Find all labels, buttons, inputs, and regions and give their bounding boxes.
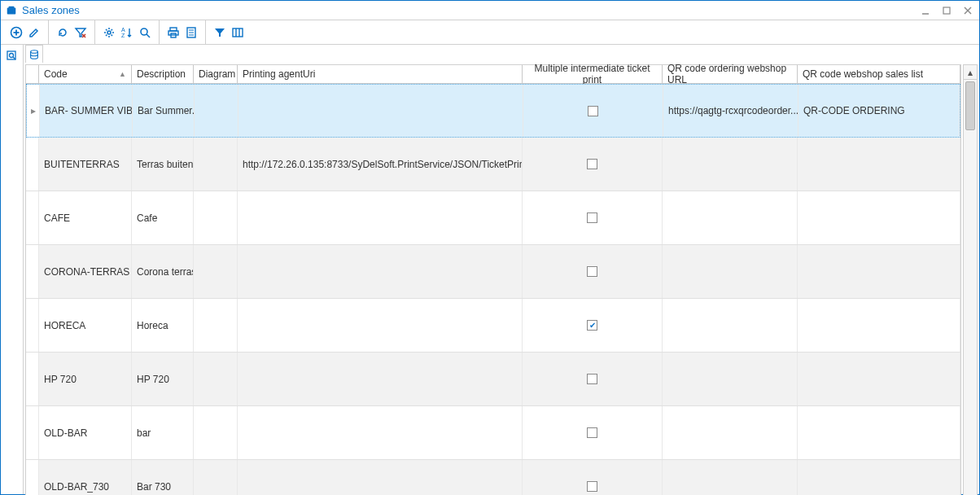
cell-diagram[interactable] <box>194 138 238 191</box>
cell-code[interactable]: BAR- SUMMER VIBES <box>40 85 133 137</box>
header-qr-list[interactable]: QR code webshop sales list <box>798 65 960 83</box>
checkbox[interactable] <box>587 320 597 331</box>
clear-filter-button[interactable] <box>72 24 90 42</box>
search-button[interactable] <box>136 24 154 42</box>
cell-qr-url[interactable]: https://qagtg-rcxqrcodeorder... <box>663 85 798 137</box>
cell-code[interactable]: HORECA <box>39 299 132 352</box>
cell-description[interactable]: Bar 730 <box>132 460 194 495</box>
table-row[interactable]: HP 720HP 720 <box>26 353 960 406</box>
table-row[interactable]: OLD-BARbar <box>26 406 960 460</box>
cell-multi-ticket[interactable] <box>523 460 663 495</box>
checkbox[interactable] <box>588 106 598 116</box>
filter-button[interactable] <box>211 24 229 42</box>
export-button[interactable] <box>182 24 200 42</box>
table-row[interactable]: OLD-BAR_730Bar 730 <box>26 460 960 495</box>
table-row[interactable]: ▸BAR- SUMMER VIBESBar Summer...https://q… <box>26 84 960 138</box>
cell-qr-url[interactable] <box>663 191 798 244</box>
cell-diagram[interactable] <box>194 191 238 244</box>
cell-qr-list[interactable] <box>798 245 960 298</box>
cell-description[interactable]: Cafe <box>132 191 194 244</box>
header-multi-ticket[interactable]: Multiple intermediate ticket print <box>523 65 663 83</box>
edit-button[interactable] <box>25 24 43 42</box>
checkbox[interactable] <box>587 266 597 277</box>
scroll-track[interactable] <box>964 80 977 495</box>
settings-button[interactable] <box>100 24 118 42</box>
cell-printing-agent-uri[interactable] <box>238 406 523 459</box>
cell-qr-list[interactable] <box>798 460 960 495</box>
cell-qr-url[interactable] <box>663 245 798 298</box>
row-handle[interactable] <box>26 138 39 191</box>
tab-database-icon[interactable] <box>25 45 43 63</box>
header-description[interactable]: Description <box>132 65 194 83</box>
header-qr-url[interactable]: QR code ordering webshop URL <box>663 65 798 83</box>
cell-multi-ticket[interactable] <box>523 191 663 244</box>
table-row[interactable]: CAFECafe <box>26 191 960 245</box>
row-handle[interactable] <box>26 191 39 244</box>
cell-qr-url[interactable] <box>663 353 798 405</box>
scroll-thumb[interactable] <box>965 81 975 130</box>
cell-qr-url[interactable] <box>663 460 798 495</box>
cell-code[interactable]: OLD-BAR_730 <box>39 460 132 495</box>
cell-qr-list[interactable]: QR-CODE ORDERING <box>798 85 960 137</box>
cell-code[interactable]: BUITENTERRAS <box>39 138 132 191</box>
cell-multi-ticket[interactable] <box>523 138 663 191</box>
cell-printing-agent-uri[interactable] <box>238 191 523 244</box>
cell-qr-url[interactable] <box>663 406 798 459</box>
checkbox[interactable] <box>587 427 597 438</box>
row-handle[interactable]: ▸ <box>27 85 40 137</box>
cell-multi-ticket[interactable] <box>523 406 663 459</box>
table-row[interactable]: BUITENTERRASTerras buitenhttp://172.26.0… <box>26 138 960 191</box>
cell-printing-agent-uri[interactable] <box>238 85 523 137</box>
sort-button[interactable]: AZ <box>118 24 136 42</box>
checkbox[interactable] <box>587 212 597 223</box>
cell-printing-agent-uri[interactable] <box>238 245 523 298</box>
header-printing-agent-uri[interactable]: Printing agentUri <box>238 65 523 83</box>
print-button[interactable] <box>164 24 182 42</box>
cell-qr-list[interactable] <box>798 138 960 191</box>
rail-search-icon[interactable] <box>4 48 20 64</box>
row-handle[interactable] <box>26 299 39 352</box>
columns-button[interactable] <box>229 24 247 42</box>
cell-diagram[interactable] <box>194 406 238 459</box>
close-button[interactable] <box>961 4 974 17</box>
cell-code[interactable]: CAFE <box>39 191 132 244</box>
header-code[interactable]: Code▲ <box>39 65 132 83</box>
checkbox[interactable] <box>587 481 597 492</box>
data-grid[interactable]: Code▲ Description Diagram Printing agent… <box>25 64 961 495</box>
cell-description[interactable]: Bar Summer... <box>133 85 195 137</box>
cell-printing-agent-uri[interactable] <box>238 460 523 495</box>
checkbox[interactable] <box>587 374 597 384</box>
cell-qr-url[interactable] <box>663 138 798 191</box>
cell-diagram[interactable] <box>194 299 238 352</box>
cell-multi-ticket[interactable] <box>523 299 663 352</box>
cell-description[interactable]: Horeca <box>132 299 194 352</box>
cell-code[interactable]: HP 720 <box>39 353 132 405</box>
cell-qr-url[interactable] <box>663 299 798 352</box>
refresh-button[interactable] <box>54 24 72 42</box>
cell-printing-agent-uri[interactable] <box>238 299 523 352</box>
cell-description[interactable]: Terras buiten <box>132 138 194 191</box>
table-row[interactable]: CORONA-TERRASCorona terras <box>26 245 960 299</box>
cell-description[interactable]: bar <box>132 406 194 459</box>
header-diagram[interactable]: Diagram <box>194 65 238 83</box>
cell-multi-ticket[interactable] <box>523 353 663 405</box>
row-handle[interactable] <box>26 245 39 298</box>
maximize-button[interactable] <box>940 4 953 17</box>
cell-qr-list[interactable] <box>798 299 960 352</box>
row-handle[interactable] <box>26 353 39 405</box>
cell-multi-ticket[interactable] <box>523 245 663 298</box>
cell-diagram[interactable] <box>194 460 238 495</box>
cell-code[interactable]: CORONA-TERRAS <box>39 245 132 298</box>
checkbox[interactable] <box>587 159 597 169</box>
cell-diagram[interactable] <box>194 353 238 405</box>
cell-description[interactable]: HP 720 <box>132 353 194 405</box>
row-handle[interactable] <box>26 460 39 495</box>
vertical-scrollbar[interactable]: ▴ ▾ <box>963 64 978 495</box>
cell-qr-list[interactable] <box>798 191 960 244</box>
add-button[interactable] <box>7 24 25 42</box>
cell-printing-agent-uri[interactable] <box>238 353 523 405</box>
minimize-button[interactable] <box>919 4 932 17</box>
cell-qr-list[interactable] <box>798 353 960 405</box>
cell-code[interactable]: OLD-BAR <box>39 406 132 459</box>
scroll-up-button[interactable]: ▴ <box>964 65 977 80</box>
